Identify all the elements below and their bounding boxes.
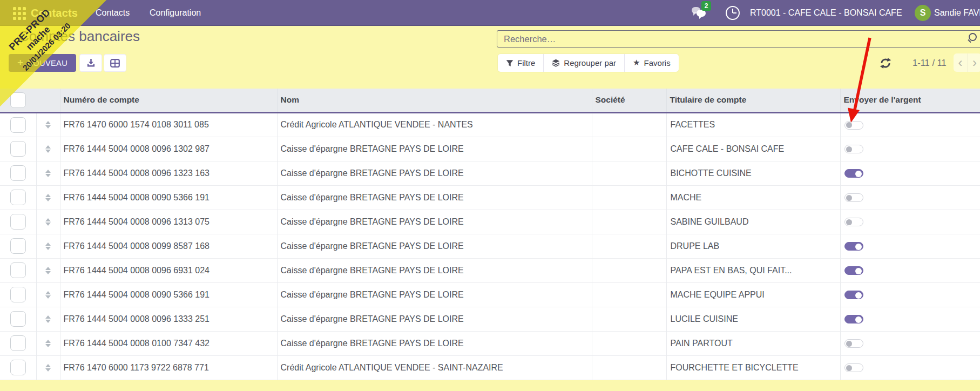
table-row[interactable]: FR76 1444 5004 0008 0090 5366 191 Caisse… xyxy=(0,185,980,210)
drag-handle-icon[interactable] xyxy=(42,286,54,304)
table-row[interactable]: FR76 1444 5004 0008 0099 8587 168 Caisse… xyxy=(0,234,980,258)
drag-handle-icon[interactable] xyxy=(42,189,54,206)
bank-name-cell[interactable]: Crédit Agricole ATLANTIQUE VENDEE - NANT… xyxy=(277,112,592,137)
send-money-toggle[interactable] xyxy=(844,291,863,299)
send-money-toggle[interactable] xyxy=(844,315,863,323)
menu-configuration[interactable]: Configuration xyxy=(150,0,201,26)
send-money-toggle[interactable] xyxy=(844,169,863,178)
group-by-button[interactable]: Regrouper par xyxy=(544,54,625,72)
bank-name-cell[interactable]: Caisse d'épargne BRETAGNE PAYS DE LOIRE xyxy=(277,307,592,331)
account-number-cell[interactable]: FR76 1444 5004 0008 0096 1323 163 xyxy=(60,161,277,185)
search-input[interactable] xyxy=(497,30,980,48)
account-number-cell[interactable]: FR76 1470 6000 1574 0108 3011 085 xyxy=(60,112,277,137)
table-row[interactable]: FR76 1444 5004 0008 0096 1302 987 Caisse… xyxy=(0,137,980,161)
company-cell[interactable] xyxy=(592,307,666,331)
row-checkbox[interactable] xyxy=(10,117,26,133)
column-header-name[interactable]: Nom xyxy=(277,89,592,112)
bank-name-cell[interactable]: Caisse d'épargne BRETAGNE PAYS DE LOIRE xyxy=(277,185,592,210)
drag-handle-icon[interactable] xyxy=(42,359,54,376)
account-number-cell[interactable]: FR76 1444 5004 0008 0099 8587 168 xyxy=(60,234,277,258)
user-name[interactable]: Sandie FAVR xyxy=(934,0,980,26)
drag-handle-icon[interactable] xyxy=(42,238,54,255)
app-name[interactable]: Contacts xyxy=(31,0,78,26)
bank-name-cell[interactable]: Caisse d'épargne BRETAGNE PAYS DE LOIRE xyxy=(277,258,592,282)
account-number-cell[interactable]: FR76 1444 5004 0008 0100 7347 432 xyxy=(60,331,277,355)
export-button[interactable] xyxy=(79,54,102,72)
pager-next-button[interactable]: › xyxy=(968,53,980,72)
send-money-toggle[interactable] xyxy=(844,121,863,130)
account-number-cell[interactable]: FR76 1444 5004 0008 0090 5366 191 xyxy=(60,185,277,210)
row-checkbox[interactable] xyxy=(10,214,26,230)
holder-cell[interactable]: FACETTES xyxy=(666,112,840,137)
row-checkbox[interactable] xyxy=(10,311,26,327)
holder-cell[interactable]: FOURCHETTE ET BICYCLETTE xyxy=(666,355,840,380)
table-row[interactable]: FR76 1444 5004 0008 0096 1333 251 Caisse… xyxy=(0,307,980,331)
table-row[interactable]: FR76 1444 5004 0008 0096 1313 075 Caisse… xyxy=(0,210,980,234)
company-cell[interactable] xyxy=(592,355,666,380)
select-all-checkbox[interactable] xyxy=(10,92,26,108)
table-row[interactable]: FR76 1470 6000 1574 0108 3011 085 Crédit… xyxy=(0,112,980,137)
holder-cell[interactable]: DRUPE LAB xyxy=(666,234,840,258)
account-number-cell[interactable]: FR76 1444 5004 0008 0096 1313 075 xyxy=(60,210,277,234)
drag-handle-icon[interactable] xyxy=(42,116,54,133)
send-money-toggle[interactable] xyxy=(844,339,863,348)
table-row[interactable]: FR76 1444 5004 0008 0100 7347 432 Caisse… xyxy=(0,331,980,355)
drag-handle-icon[interactable] xyxy=(42,140,54,158)
table-row[interactable]: FR76 1444 5004 0008 0096 1323 163 Caisse… xyxy=(0,161,980,185)
drag-handle-icon[interactable] xyxy=(42,165,54,182)
column-header-company[interactable]: Société xyxy=(592,89,666,112)
company-cell[interactable] xyxy=(592,185,666,210)
send-money-toggle[interactable] xyxy=(844,242,863,251)
row-checkbox[interactable] xyxy=(10,360,26,375)
row-checkbox[interactable] xyxy=(10,335,26,351)
company-cell[interactable] xyxy=(592,137,666,161)
row-checkbox[interactable] xyxy=(10,238,26,254)
drag-handle-icon[interactable] xyxy=(42,311,54,328)
row-checkbox[interactable] xyxy=(10,141,26,157)
drag-handle-icon[interactable] xyxy=(42,262,54,279)
bank-name-cell[interactable]: Caisse d'épargne BRETAGNE PAYS DE LOIRE xyxy=(277,210,592,234)
company-cell[interactable] xyxy=(592,331,666,355)
pager-previous-button[interactable]: ‹ xyxy=(954,53,968,72)
drag-handle-icon[interactable] xyxy=(42,335,54,352)
column-header-holder[interactable]: Titulaire de compte xyxy=(666,89,840,112)
company-cell[interactable] xyxy=(592,112,666,137)
table-row[interactable]: FR76 1470 6000 1173 9722 6878 771 Crédit… xyxy=(0,355,980,380)
list-view-switcher-button[interactable] xyxy=(104,54,126,72)
menu-contacts[interactable]: Contacts xyxy=(96,0,130,26)
bank-name-cell[interactable]: Caisse d'épargne BRETAGNE PAYS DE LOIRE xyxy=(277,161,592,185)
bank-name-cell[interactable]: Caisse d'épargne BRETAGNE PAYS DE LOIRE xyxy=(277,282,592,307)
holder-cell[interactable]: LUCILE CUISINE xyxy=(666,307,840,331)
filter-button[interactable]: Filtre xyxy=(498,54,544,72)
bank-name-cell[interactable]: Caisse d'épargne BRETAGNE PAYS DE LOIRE xyxy=(277,331,592,355)
send-money-toggle[interactable] xyxy=(844,363,863,372)
row-checkbox[interactable] xyxy=(10,287,26,302)
send-money-toggle[interactable] xyxy=(844,193,863,202)
table-row[interactable]: FR76 1444 5004 0008 0090 5366 191 Caisse… xyxy=(0,282,980,307)
account-number-cell[interactable]: FR76 1470 6000 1173 9722 6878 771 xyxy=(60,355,277,380)
bank-name-cell[interactable]: Caisse d'épargne BRETAGNE PAYS DE LOIRE xyxy=(277,234,592,258)
holder-cell[interactable]: BICHOTTE CUISINE xyxy=(666,161,840,185)
refresh-button[interactable] xyxy=(879,57,892,70)
send-money-toggle[interactable] xyxy=(844,266,863,275)
account-number-cell[interactable]: FR76 1444 5004 0008 0096 6931 024 xyxy=(60,258,277,282)
row-checkbox[interactable] xyxy=(10,190,26,205)
column-header-send-money[interactable]: Envoyer de l'argent xyxy=(840,89,980,112)
apps-grid-icon[interactable] xyxy=(13,7,26,20)
new-button[interactable]: + NOUVEAU xyxy=(9,54,76,72)
company-cell[interactable] xyxy=(592,234,666,258)
holder-cell[interactable]: MACHE xyxy=(666,185,840,210)
holder-cell[interactable]: PAPA EST EN BAS, QUI FAIT... xyxy=(666,258,840,282)
send-money-toggle[interactable] xyxy=(844,218,863,226)
holder-cell[interactable]: CAFE CALE - BONSAI CAFE xyxy=(666,137,840,161)
column-header-account-number[interactable]: Numéro de compte xyxy=(60,89,277,112)
drag-handle-icon[interactable] xyxy=(42,213,54,231)
search-icon[interactable] xyxy=(969,33,977,41)
company-cell[interactable] xyxy=(592,258,666,282)
favorites-button[interactable]: ★ Favoris xyxy=(625,54,679,72)
company-cell[interactable] xyxy=(592,210,666,234)
bank-name-cell[interactable]: Crédit Agricole ATLANTIQUE VENDEE - SAIN… xyxy=(277,355,592,380)
account-number-cell[interactable]: FR76 1444 5004 0008 0096 1333 251 xyxy=(60,307,277,331)
table-row[interactable]: FR76 1444 5004 0008 0096 6931 024 Caisse… xyxy=(0,258,980,282)
company-cell[interactable] xyxy=(592,282,666,307)
